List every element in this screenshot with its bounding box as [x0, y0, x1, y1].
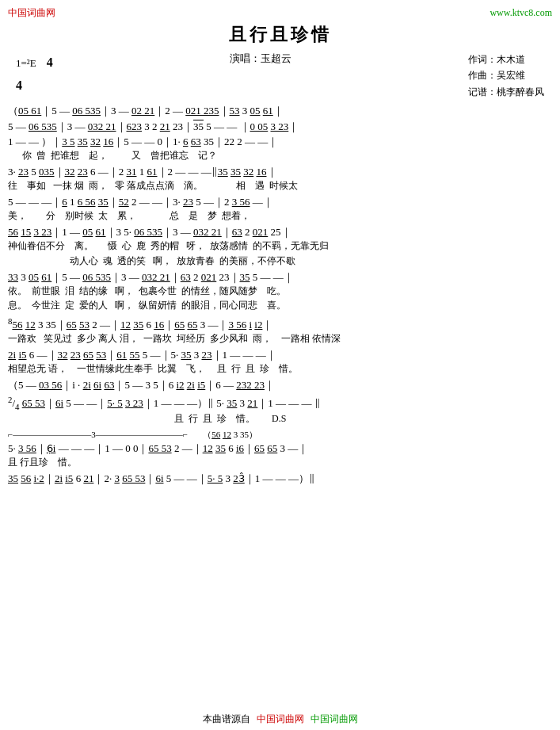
meta-right: 作词：木木道 作曲：吴宏维 记谱：桃李醉春风	[468, 52, 544, 100]
score-row-10: （5 — 03 56｜i · 2i 6i 63｜5 — 3 5｜6 i2 2i …	[8, 377, 552, 393]
score-row-7: 33 3 05 61｜5 — 06 535｜3 — 032 21｜63 2 02…	[8, 269, 552, 312]
lyrics-8: 一路欢 笑见过 多少 离人 泪， 一路坎 坷经历 多少风和 雨， 一路相 依情深	[8, 333, 552, 346]
notes-3: 1 — — ）｜3 5 35 32 16｜5 — — 0｜1· 6 63 35｜…	[8, 134, 552, 150]
score-area: （05 61｜5 — 06 535｜3 — 02 21｜2 — 021 235｜…	[8, 103, 552, 487]
score-row-6: 56 15 3 23｜1 — 05 61｜3 5· 06 535｜3 — 032…	[8, 224, 552, 267]
lyrics-4: 往 事如 一抹 烟 雨， 零 落成点点滴 滴。 相 遇 时候太	[8, 180, 552, 193]
title-area: 且行且珍惜	[8, 23, 552, 47]
notes-5: 5 — — —｜6 1 6 56 35｜52 2 — —｜3· 23 5 —｜2…	[8, 194, 552, 210]
score-row-9: 2i i5 6 —｜32 23 65 53｜61 55 5 —｜5· 35 3 …	[8, 347, 552, 375]
footer-site1: 中国词曲网	[257, 713, 304, 726]
bottom-bar: 本曲谱源自 中国词曲网 中国词曲网	[0, 713, 560, 726]
lyricist-info: 作词：木木道	[468, 52, 544, 67]
notation-info: 记谱：桃李醉春风	[468, 84, 544, 100]
notes-1: （05 61｜5 — 06 535｜3 — 02 21｜2 — 021 235｜…	[8, 103, 552, 119]
site-right: www.ktvc8.com	[490, 7, 552, 19]
lyrics-9: 相望总无 语， 一世情缘此生奉手 比翼 飞， 且 行 且 珍 惜。	[8, 363, 552, 376]
score-row-1: （05 61｜5 — 06 535｜3 — 02 21｜2 — 021 235｜…	[8, 103, 552, 119]
lyrics-6a: 神仙眷侣不分 离。 慑 心 鹿 秀的帽 呀， 放荡感情 的不羁，无靠无归	[8, 240, 552, 253]
score-row-11: 2/4 65 53｜6i 5 — —｜5· 5 3 23｜1 — — —）‖ 5…	[8, 393, 552, 426]
notes-11: 2/4 65 53｜6i 5 — —｜5· 5 3 23｜1 — — —）‖ 5…	[8, 393, 552, 413]
notes-12: ⌐—————————3——————————⌐ （56 12 3 35）	[8, 428, 552, 441]
top-bar: 中国词曲网 www.ktvc8.com	[8, 6, 552, 20]
lyrics-7b: 息。 今世注 定 爱的人 啊， 纵留妍情 的眼泪，同心同悲 喜。	[8, 300, 552, 312]
score-row-12: ⌐—————————3——————————⌐ （56 12 3 35）	[8, 428, 552, 441]
lyrics-11: 且 行 且 珍 惜。 D.S	[8, 413, 552, 426]
lyrics-7a: 依。 前世眼 泪 结的缘 啊， 包裹今世 的情丝，随风随梦 吃。	[8, 285, 552, 298]
lyrics-5: 美， 分 别时候 太 累， 总 是 梦 想着，	[8, 210, 552, 223]
lyrics-6b: 动人心 魂 透的笑 啊， 放放青春 的美丽，不停不歇	[8, 255, 552, 268]
performer-info: 演唱：玉超云	[230, 52, 291, 64]
meta-center: 演唱：玉超云	[230, 52, 291, 66]
notes-10: （5 — 03 56｜i · 2i 6i 63｜5 — 3 5｜6 i2 2i …	[8, 377, 552, 393]
score-row-5: 5 — — —｜6 1 6 56 35｜52 2 — —｜3· 23 5 —｜2…	[8, 194, 552, 222]
notes-6: 56 15 3 23｜1 — 05 61｜3 5· 06 535｜3 — 032…	[8, 224, 552, 240]
composer-info: 作曲：吴宏维	[468, 67, 544, 83]
score-row-8: 856 12 3 35｜65 53 2 —｜12 35 6 16｜65 65 3…	[8, 315, 552, 345]
key-label: 1=²E	[16, 57, 44, 69]
page-wrapper: 中国词曲网 www.ktvc8.com 且行且珍惜 1=²E 44 演唱：玉超云…	[0, 0, 560, 730]
footer-text: 本曲谱源自	[203, 713, 250, 726]
score-row-3: 1 — — ）｜3 5 35 32 16｜5 — — 0｜1· 6 63 35｜…	[8, 134, 552, 162]
score-row-13: 5· 3 56｜6̣i — — —｜1 — 0 0｜65 53 2 —｜12 3…	[8, 441, 552, 468]
notes-7: 33 3 05 61｜5 — 06 535｜3 — 032 21｜63 2 02…	[8, 269, 552, 285]
notes-14: 35 56 i·2｜2i i5 6 21｜2· 3 65 53｜6i 5 — —…	[8, 471, 552, 487]
lyrics-3: 你 曾 把谁想 起， 又 曾把谁忘 记？	[8, 150, 552, 162]
score-row-2: 5 — 06 535｜3 — 032 21｜623 3 2 21 23｜35 5…	[8, 119, 552, 135]
score-row-4: 3· 23 5 035｜32 23 6 —｜2 31 1 61｜2 — — —‖…	[8, 164, 552, 192]
meta-row: 1=²E 44 演唱：玉超云 作词：木木道 作曲：吴宏维 记谱：桃李醉春风	[8, 52, 552, 100]
score-row-14: 35 56 i·2｜2i i5 6 21｜2· 3 65 53｜6i 5 — —…	[8, 471, 552, 487]
notes-9: 2i i5 6 —｜32 23 65 53｜61 55 5 —｜5· 35 3 …	[8, 347, 552, 363]
footer-site2: 中国词曲网	[310, 713, 358, 726]
meta-left: 1=²E 44	[16, 52, 53, 97]
notes-13: 5· 3 56｜6̣i — — —｜1 — 0 0｜65 53 2 —｜12 3…	[8, 441, 552, 457]
lyrics-13: 且 行且珍 惜。	[8, 457, 552, 469]
notes-2: 5 — 06 535｜3 — 032 21｜623 3 2 21 23｜35 5…	[8, 119, 552, 135]
notes-4: 3· 23 5 035｜32 23 6 —｜2 31 1 61｜2 — — —‖…	[8, 164, 552, 180]
notes-8: 856 12 3 35｜65 53 2 —｜12 35 6 16｜65 65 3…	[8, 315, 552, 333]
main-title: 且行且珍惜	[8, 23, 552, 47]
site-left: 中国词曲网	[8, 6, 55, 20]
